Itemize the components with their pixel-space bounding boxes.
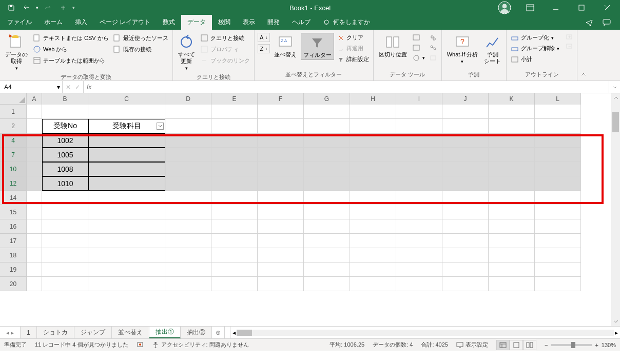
cell[interactable] [350,277,396,291]
advanced-filter[interactable]: 詳細設定 [336,54,370,64]
cell[interactable] [442,277,489,291]
cell[interactable] [396,191,442,205]
whatif-button[interactable]: ? What-If 分析▾ [445,33,480,66]
close-button[interactable] [595,0,619,15]
cell[interactable] [165,119,211,133]
column-header-L[interactable]: L [535,93,581,105]
redo-icon[interactable] [42,2,54,14]
cell[interactable] [350,148,396,162]
cell[interactable] [304,133,350,148]
cell[interactable] [396,119,442,133]
cell[interactable] [489,191,535,205]
cell[interactable] [165,219,211,234]
cell[interactable] [489,133,535,148]
row-header[interactable]: 18 [0,248,27,262]
page-break-view[interactable] [523,340,536,350]
cell[interactable] [442,191,489,205]
undo-icon[interactable] [21,2,33,14]
cell[interactable] [304,262,350,277]
cell[interactable] [304,148,350,162]
cell[interactable] [535,105,581,119]
cell[interactable] [535,219,581,234]
cell[interactable] [535,277,581,291]
row-header[interactable]: 20 [0,277,27,291]
cell[interactable] [88,234,165,248]
tab-page-layout[interactable]: ページ レイアウト [93,15,157,30]
cell[interactable] [442,105,489,119]
cell[interactable] [350,234,396,248]
zoom-in[interactable]: + [595,342,598,348]
cell[interactable] [88,205,165,219]
vertical-scrollbar[interactable] [611,93,620,326]
remove-duplicates[interactable] [411,43,426,52]
cell[interactable] [535,262,581,277]
tab-view[interactable]: 表示 [237,15,261,30]
macro-record-icon[interactable] [137,341,144,349]
cell[interactable] [350,162,396,176]
cell[interactable] [535,119,581,133]
cell[interactable] [396,148,442,162]
cell[interactable] [304,105,350,119]
cell[interactable] [211,248,258,262]
zoom-out[interactable]: − [545,342,548,348]
get-data-button[interactable]: データの 取得▾ [3,33,30,72]
cell[interactable] [489,176,535,191]
cell[interactable] [42,262,88,277]
row-header[interactable]: 14 [0,191,27,205]
sheet-tab[interactable]: 並べ替え [112,327,149,338]
cell[interactable] [535,176,581,191]
cell[interactable] [27,205,42,219]
cell[interactable] [304,248,350,262]
cell[interactable] [258,205,304,219]
cell[interactable] [396,176,442,191]
cell[interactable] [350,248,396,262]
cell[interactable] [442,133,489,148]
cell[interactable] [442,205,489,219]
cell[interactable] [42,191,88,205]
cell[interactable] [211,277,258,291]
cell[interactable] [27,277,42,291]
cell[interactable] [88,219,165,234]
account-icon[interactable] [493,0,516,15]
cell[interactable] [489,219,535,234]
cell[interactable] [211,205,258,219]
share-icon[interactable] [583,16,595,29]
customize-qat-icon[interactable] [57,2,69,14]
zoom-slider[interactable] [551,344,592,346]
chevron-down-icon[interactable]: ▾ [57,84,60,91]
filter-button[interactable]: フィルター [301,33,334,60]
column-header-C[interactable]: C [88,93,165,105]
cell[interactable] [258,262,304,277]
cell[interactable] [350,205,396,219]
data-validation[interactable]: ▾ [411,53,426,63]
tell-me[interactable]: 何をしますか [317,15,376,30]
cell[interactable] [258,176,304,191]
row-header[interactable]: 16 [0,219,27,234]
cell[interactable] [396,205,442,219]
cell[interactable] [442,234,489,248]
cell[interactable] [258,248,304,262]
ribbon-display-icon[interactable] [518,0,542,15]
sheet-tab[interactable]: ショトカ [37,327,74,338]
column-header-F[interactable]: F [258,93,304,105]
column-header-E[interactable]: E [211,93,258,105]
cell[interactable] [489,277,535,291]
from-text-csv[interactable]: テキストまたは CSV から [32,33,110,43]
cell[interactable] [258,277,304,291]
cell[interactable] [88,176,165,191]
name-box[interactable]: A4▾ [0,81,63,93]
maximize-button[interactable] [570,0,593,15]
cell[interactable] [211,119,258,133]
text-to-columns-button[interactable]: 区切り位置 [377,33,409,59]
comments-icon[interactable] [600,16,613,29]
cell[interactable] [489,262,535,277]
filter-dropdown-icon[interactable] [157,123,164,130]
cell[interactable] [165,205,211,219]
undo-dropdown[interactable]: ▾ [36,5,38,10]
cell[interactable] [165,262,211,277]
recent-sources[interactable]: 最近使ったソース [112,33,169,43]
expand-formula-icon[interactable] [609,81,620,93]
cell[interactable] [165,176,211,191]
cell[interactable] [27,119,42,133]
cell[interactable] [88,133,165,148]
